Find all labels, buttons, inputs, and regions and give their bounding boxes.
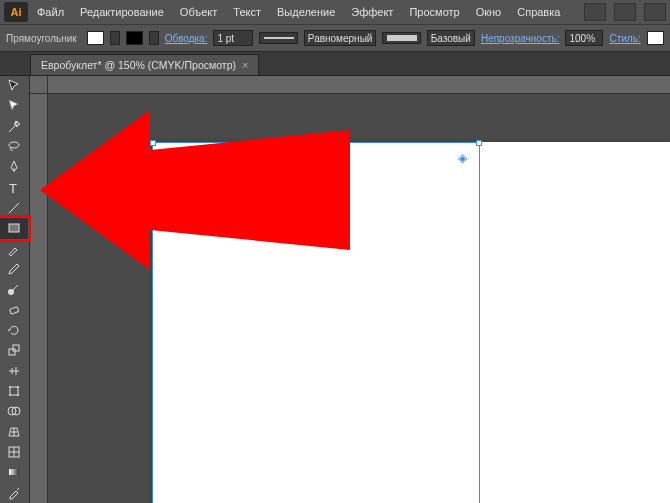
- svg-rect-16: [9, 469, 19, 475]
- menu-select[interactable]: Выделение: [270, 3, 342, 21]
- document-tab-bar: Евробуклет* @ 150% (CMYK/Просмотр) ×: [0, 52, 670, 76]
- shape-builder-tool[interactable]: [0, 401, 28, 421]
- stroke-label[interactable]: Обводка:: [165, 33, 208, 44]
- dash-select[interactable]: Равномерный: [304, 30, 377, 46]
- selection-tool[interactable]: [0, 76, 28, 96]
- tools-panel: T: [0, 76, 30, 503]
- line-tool[interactable]: [0, 198, 28, 218]
- tab-title: Евробуклет* @ 150% (CMYK/Просмотр): [41, 59, 236, 71]
- profile-select[interactable]: Базовый: [427, 30, 475, 46]
- stroke-dropdown-icon[interactable]: [149, 31, 159, 45]
- menu-object[interactable]: Объект: [173, 3, 224, 21]
- scale-tool[interactable]: [0, 340, 28, 360]
- profile-preview[interactable]: [382, 32, 420, 44]
- artboard[interactable]: [152, 142, 670, 503]
- menu-help[interactable]: Справка: [510, 3, 567, 21]
- dash-preview[interactable]: [259, 32, 297, 44]
- svg-point-11: [9, 394, 11, 396]
- type-tool[interactable]: T: [0, 178, 28, 198]
- direct-selection-tool[interactable]: [0, 96, 28, 116]
- shape-label: Прямоугольник: [6, 33, 77, 44]
- width-tool[interactable]: [0, 361, 28, 381]
- ruler-origin[interactable]: [30, 76, 48, 94]
- svg-rect-5: [10, 307, 19, 314]
- eraser-tool[interactable]: [0, 300, 28, 320]
- menubar: Ai Файл Редактирование Объект Текст Выде…: [0, 0, 670, 24]
- gradient-tool[interactable]: [0, 462, 28, 482]
- svg-point-12: [17, 394, 19, 396]
- eyedropper-tool[interactable]: [0, 483, 28, 503]
- blob-brush-tool[interactable]: [0, 279, 28, 299]
- rectangle-tool[interactable]: [0, 218, 28, 238]
- app-logo: Ai: [4, 2, 28, 22]
- sync-icon[interactable]: [644, 3, 666, 21]
- rotate-tool[interactable]: [0, 320, 28, 340]
- svg-rect-8: [10, 387, 18, 395]
- svg-rect-6: [9, 349, 15, 355]
- menu-view[interactable]: Просмотр: [402, 3, 466, 21]
- free-transform-tool[interactable]: [0, 381, 28, 401]
- style-label[interactable]: Стиль:: [609, 33, 640, 44]
- options-bar: Прямоугольник Обводка: Равномерный Базов…: [0, 24, 670, 52]
- opacity-input[interactable]: [565, 30, 603, 46]
- style-swatch[interactable]: [647, 31, 664, 45]
- svg-rect-3: [9, 224, 19, 232]
- magic-wand-tool[interactable]: [0, 117, 28, 137]
- menu-window[interactable]: Окно: [469, 3, 509, 21]
- svg-point-9: [9, 386, 11, 388]
- fill-swatch[interactable]: [87, 31, 104, 45]
- menu-effect[interactable]: Эффект: [344, 3, 400, 21]
- stroke-weight-input[interactable]: [213, 30, 253, 46]
- svg-text:T: T: [9, 181, 17, 196]
- lasso-tool[interactable]: [0, 137, 28, 157]
- arrange-documents-icon[interactable]: [614, 3, 636, 21]
- stroke-swatch[interactable]: [126, 31, 143, 45]
- menu-text[interactable]: Текст: [226, 3, 268, 21]
- pen-tool[interactable]: [0, 157, 28, 177]
- paintbrush-tool[interactable]: [0, 239, 28, 259]
- canvas[interactable]: ◈ ◈: [48, 94, 670, 503]
- pencil-tool[interactable]: [0, 259, 28, 279]
- menu-edit[interactable]: Редактирование: [73, 3, 171, 21]
- mesh-tool[interactable]: [0, 442, 28, 462]
- workspace-switcher-icon[interactable]: [584, 3, 606, 21]
- menu-file[interactable]: Файл: [30, 3, 71, 21]
- tab-close-icon[interactable]: ×: [242, 59, 248, 71]
- svg-rect-7: [13, 345, 19, 351]
- fill-dropdown-icon[interactable]: [110, 31, 120, 45]
- perspective-tool[interactable]: [0, 422, 28, 442]
- svg-line-2: [9, 203, 19, 213]
- workspace: ◈ ◈: [30, 76, 670, 503]
- svg-point-10: [17, 386, 19, 388]
- horizontal-ruler[interactable]: [48, 76, 670, 94]
- document-tab[interactable]: Евробуклет* @ 150% (CMYK/Просмотр) ×: [30, 54, 259, 75]
- vertical-ruler[interactable]: [30, 94, 48, 503]
- opacity-label[interactable]: Непрозрачность:: [481, 33, 560, 44]
